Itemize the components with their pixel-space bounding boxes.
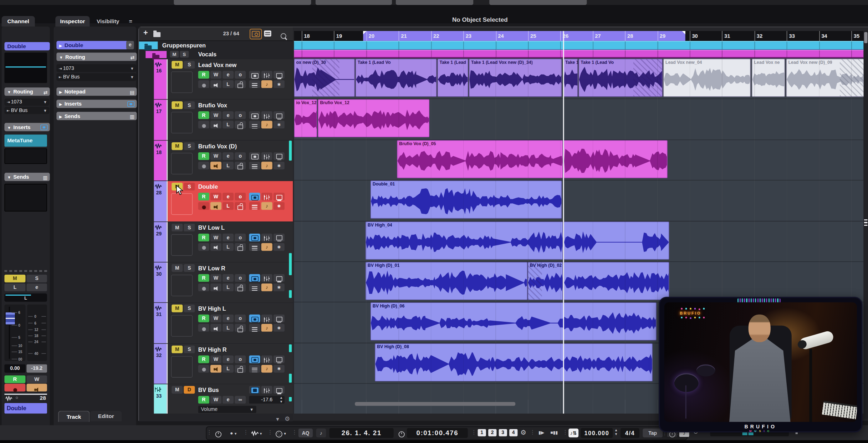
- channel-strip-button[interactable]: [249, 233, 260, 241]
- midi-rec-mode-button[interactable]: ▼: [273, 428, 290, 437]
- solo-button[interactable]: S: [184, 305, 195, 312]
- events-mode-button[interactable]: o: [235, 274, 246, 282]
- track-picture[interactable]: [171, 275, 193, 296]
- audio-event[interactable]: BV High (D)_01: [366, 262, 528, 300]
- monitor-screen-button[interactable]: [274, 112, 285, 119]
- read-automation-button[interactable]: R: [198, 152, 209, 160]
- monitor-button[interactable]: [210, 324, 221, 332]
- write-automation-button[interactable]: W: [210, 355, 221, 363]
- monitor-screen-button[interactable]: [274, 71, 285, 79]
- show-lanes-button[interactable]: [249, 80, 260, 88]
- track-row-lead-vox-new[interactable]: 16MSLead Vox newRWeoL♪∗: [139, 59, 293, 100]
- solo-button[interactable]: S: [184, 102, 195, 110]
- record-enable-button[interactable]: [198, 284, 209, 291]
- fader-button[interactable]: [261, 193, 272, 200]
- fader-button[interactable]: [261, 386, 272, 394]
- monitor-screen-button[interactable]: [274, 193, 285, 200]
- bus-gain-value[interactable]: -17.6 ▲▼: [249, 396, 285, 404]
- listen-button[interactable]: L: [223, 121, 234, 129]
- channel-routing-header[interactable]: ▼Routing ⇄: [4, 87, 50, 96]
- track-visibility-camera-button[interactable]: [250, 29, 262, 39]
- gain-value[interactable]: 0.00: [4, 364, 25, 372]
- audio-event[interactable]: [563, 262, 669, 300]
- mute-button[interactable]: M: [172, 386, 183, 394]
- group-folder-events-bar[interactable]: [294, 41, 863, 50]
- musical-mode-button[interactable]: ♪: [261, 284, 272, 291]
- solo-button[interactable]: S: [184, 345, 195, 353]
- lock-button[interactable]: [235, 284, 246, 291]
- inspector-notepad-header[interactable]: ▶Notepad ▤: [56, 87, 137, 96]
- marker-4-button[interactable]: 4: [509, 429, 517, 436]
- write-automation-button[interactable]: W: [210, 315, 221, 322]
- listen-button[interactable]: L: [4, 284, 25, 291]
- lock-button[interactable]: [235, 121, 246, 129]
- playhead-cursor[interactable]: [563, 31, 564, 414]
- mute-button[interactable]: M: [172, 142, 183, 150]
- channel-strip-button[interactable]: [249, 355, 260, 363]
- monitor-button[interactable]: [27, 384, 47, 392]
- time-display[interactable]: 0:01:00.476: [407, 428, 468, 438]
- musical-mode-button[interactable]: ♪: [261, 202, 272, 210]
- vocals-folder-events-bar[interactable]: [294, 50, 863, 58]
- channel-input-select[interactable]: ⇥ 1073 ▼: [4, 98, 49, 106]
- inspector-input-select[interactable]: ⇥ 1073 ▼: [56, 64, 136, 72]
- record-enable-button[interactable]: [198, 80, 209, 88]
- track-row-bv-low-l[interactable]: 29MSBV Low LRWeoL♪∗: [139, 222, 293, 263]
- audio-event[interactable]: Lead Vox ne: [752, 59, 785, 97]
- record-mode-button[interactable]: ● ▼: [226, 428, 241, 437]
- tab-channel[interactable]: Channel: [2, 16, 35, 26]
- stereo-combine-button[interactable]: ∞: [235, 396, 246, 404]
- listen-button[interactable]: L: [223, 202, 234, 210]
- events-mode-button[interactable]: o: [235, 233, 246, 241]
- mute-button[interactable]: M: [172, 61, 183, 69]
- solo-button[interactable]: S: [184, 264, 195, 272]
- inspector-menu-icon[interactable]: =: [126, 16, 135, 26]
- audio-event[interactable]: BV High (D)_06: [370, 302, 657, 341]
- audio-event[interactable]: io Vox_12: [294, 99, 317, 137]
- read-automation-button[interactable]: R: [198, 193, 209, 200]
- record-enable-button[interactable]: [198, 202, 209, 210]
- monitor-screen-button[interactable]: [274, 355, 285, 363]
- channel-track-label[interactable]: Double: [4, 42, 50, 50]
- fader-button[interactable]: [261, 233, 272, 241]
- folder-track-gruppenspuren[interactable]: Gruppenspuren: [139, 41, 293, 50]
- read-automation-button[interactable]: R: [198, 233, 209, 241]
- record-enable-button[interactable]: [198, 324, 209, 332]
- solo-button[interactable]: S: [184, 223, 195, 231]
- toolbar-stub-button[interactable]: [489, 0, 587, 5]
- record-enable-button[interactable]: [4, 384, 25, 392]
- channel-strip-button[interactable]: [249, 386, 260, 394]
- monitor-button[interactable]: [210, 162, 221, 169]
- mute-button[interactable]: M: [172, 305, 183, 312]
- musical-mode-button[interactable]: ♪: [261, 162, 272, 169]
- lock-button[interactable]: [235, 202, 246, 210]
- edit-channel-button[interactable]: e: [27, 284, 47, 291]
- tab-inspector[interactable]: Inspector: [55, 16, 90, 26]
- vertical-scrollbar[interactable]: [864, 31, 868, 419]
- click-button[interactable]: [213, 428, 223, 437]
- channel-sends-header[interactable]: ▼Sends ▥: [4, 173, 50, 181]
- record-enable-button[interactable]: [198, 243, 209, 251]
- read-automation-button[interactable]: R: [198, 274, 209, 282]
- solo-button[interactable]: S: [184, 61, 195, 69]
- show-lanes-button[interactable]: [249, 121, 260, 129]
- audio-event[interactable]: BV High (D)_02: [527, 262, 563, 300]
- audio-event[interactable]: ox new (D)_30: [294, 59, 355, 97]
- post-roll-button[interactable]: ■▮▮: [548, 428, 560, 437]
- read-automation-button[interactable]: R: [198, 315, 209, 322]
- record-enable-button[interactable]: [198, 365, 209, 373]
- audio-event[interactable]: Double_01: [370, 180, 562, 219]
- track-row-brufio-vox-d-[interactable]: 18MSBrufio Vox (D)RWeoL♪∗: [139, 141, 293, 181]
- edit-channel-button[interactable]: e: [223, 233, 234, 241]
- listen-button[interactable]: L: [223, 80, 234, 88]
- cycle-locator-range[interactable]: [363, 31, 685, 41]
- events-mode-button[interactable]: o: [235, 152, 246, 160]
- musical-mode-button[interactable]: ♪: [261, 121, 272, 129]
- monitor-button[interactable]: [210, 243, 221, 251]
- track-picture[interactable]: [171, 112, 193, 134]
- marker-settings-gear-icon[interactable]: ⚙: [520, 428, 526, 436]
- listen-button[interactable]: L: [223, 324, 234, 332]
- channel-strip-button[interactable]: [249, 274, 260, 282]
- monitor-button[interactable]: [210, 202, 221, 210]
- channel-strip-button[interactable]: [249, 112, 260, 119]
